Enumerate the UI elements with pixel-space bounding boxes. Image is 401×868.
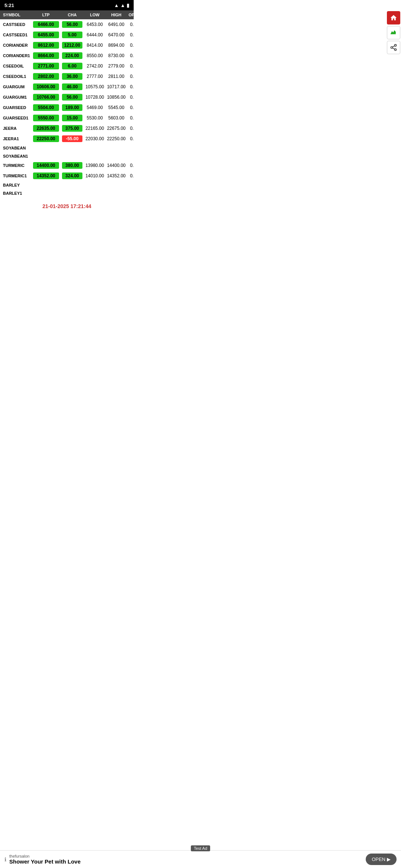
cell-high: 8694.00 — [105, 40, 127, 50]
cell-open — [127, 189, 134, 197]
cell-low: 5469.00 — [84, 102, 105, 113]
cell-ltp: 5504.00 — [32, 102, 61, 113]
cell-cha: 56.00 — [61, 19, 84, 30]
table-row: TURMERIC114352.00324.0014010.0014352.000… — [0, 171, 134, 181]
cell-cha: 6.00 — [61, 61, 84, 71]
cell-low: 10728.00 — [84, 92, 105, 102]
cell-symbol: CORIANDER1 — [0, 50, 32, 61]
cell-symbol: CASTSEED — [0, 19, 32, 30]
cell-open: 0.00 — [127, 160, 134, 171]
cell-high: 14352.00 — [105, 171, 127, 181]
cell-cha: 56.00 — [61, 92, 84, 102]
cell-high: 2779.00 — [105, 61, 127, 71]
cell-open: 0.00 — [127, 30, 134, 40]
table-row: CASTSEED6466.0056.006453.006491.000.00 — [0, 19, 134, 30]
col-symbol: SYMBOL — [0, 10, 32, 19]
cell-high: 5545.00 — [105, 102, 127, 113]
cell-ltp: 5550.00 — [32, 113, 61, 123]
cell-symbol: CSEEDOIL — [0, 61, 32, 71]
market-table: SYMBOL LTP CHA LOW HIGH OPEN CASTSEED646… — [0, 10, 134, 197]
timestamp: 21-01-2025 17:21:44 — [0, 197, 134, 212]
cell-low: 2742.00 — [84, 61, 105, 71]
cell-symbol: JEERA — [0, 123, 32, 134]
cell-cha — [61, 144, 84, 152]
cell-high: 14400.00 — [105, 160, 127, 171]
cell-open: 0.00 — [127, 71, 134, 82]
cell-ltp: 2771.00 — [32, 61, 61, 71]
cell-high: 6470.00 — [105, 30, 127, 40]
cell-ltp: 10766.00 — [32, 92, 61, 102]
table-row: CORIANDER18664.00224.008550.008730.000.0… — [0, 50, 134, 61]
cell-high — [105, 181, 127, 189]
cell-symbol: SOYABEAN1 — [0, 152, 32, 160]
cell-low: 8414.00 — [84, 40, 105, 50]
cell-symbol: GUARSEED — [0, 102, 32, 113]
table-row: SOYABEAN — [0, 144, 134, 152]
cell-cha: 375.00 — [61, 123, 84, 134]
cell-open: 0.00 — [127, 40, 134, 50]
cell-ltp: 6466.00 — [32, 19, 61, 30]
cell-cha: 15.00 — [61, 113, 84, 123]
table-row: BARLEY — [0, 181, 134, 189]
table-row: GUARGUM10606.0046.0010575.0010717.000.00 — [0, 82, 134, 92]
cell-high — [105, 189, 127, 197]
table-row: TURMERIC14400.00380.0013980.0014400.000.… — [0, 160, 134, 171]
cell-ltp: 2802.00 — [32, 71, 61, 82]
cell-low: 8550.00 — [84, 50, 105, 61]
table-row: CSEEDOIL2771.006.002742.002779.000.00 — [0, 61, 134, 71]
cell-cha: 324.00 — [61, 171, 84, 181]
cell-open — [127, 144, 134, 152]
cell-low: 6444.00 — [84, 30, 105, 40]
cell-ltp — [32, 144, 61, 152]
cell-open: 0.00 — [127, 92, 134, 102]
status-bar: 5:21 ▲ ▲ ▮ — [0, 0, 134, 10]
col-open: OPEN — [127, 10, 134, 19]
cell-ltp: 8664.00 — [32, 50, 61, 61]
cell-open: 0.00 — [127, 123, 134, 134]
cell-ltp — [32, 152, 61, 160]
cell-low: 10575.00 — [84, 82, 105, 92]
cell-high: 5603.00 — [105, 113, 127, 123]
cell-ltp: 22635.00 — [32, 123, 61, 134]
cell-symbol: TURMERIC1 — [0, 171, 32, 181]
cell-cha: 36.00 — [61, 71, 84, 82]
cell-ltp: 14352.00 — [32, 171, 61, 181]
table-row: JEERA122250.00-55.0022030.0022250.000.00 — [0, 134, 134, 144]
status-time: 5:21 — [4, 3, 14, 8]
table-row: CSEEDOIL12802.0036.002777.002811.000.00 — [0, 71, 134, 82]
cell-low — [84, 181, 105, 189]
cell-high: 2811.00 — [105, 71, 127, 82]
cell-ltp: 10606.00 — [32, 82, 61, 92]
cell-low — [84, 152, 105, 160]
signal-icon: ▲ — [120, 3, 125, 8]
cell-open — [127, 152, 134, 160]
cell-ltp: 22250.00 — [32, 134, 61, 144]
cell-ltp: 6455.00 — [32, 30, 61, 40]
col-cha: CHA — [61, 10, 84, 19]
cell-cha — [61, 181, 84, 189]
cell-high: 10717.00 — [105, 82, 127, 92]
cell-symbol: JEERA1 — [0, 134, 32, 144]
table-row: SOYABEAN1 — [0, 152, 134, 160]
cell-open: 0.00 — [127, 61, 134, 71]
table-row: CORIANDER8612.001212.008414.008694.000.0… — [0, 40, 134, 50]
cell-low: 22165.00 — [84, 123, 105, 134]
cell-cha — [61, 152, 84, 160]
cell-symbol: SOYABEAN — [0, 144, 32, 152]
cell-symbol: BARLEY1 — [0, 189, 32, 197]
cell-ltp: 8612.00 — [32, 40, 61, 50]
cell-symbol: CASTSEED1 — [0, 30, 32, 40]
table-row: GUARGUM110766.0056.0010728.0010856.000.0… — [0, 92, 134, 102]
cell-low — [84, 189, 105, 197]
cell-symbol: GUARGUM1 — [0, 92, 32, 102]
cell-open: 0.00 — [127, 19, 134, 30]
cell-cha: -55.00 — [61, 134, 84, 144]
cell-ltp — [32, 189, 61, 197]
cell-symbol: CSEEDOIL1 — [0, 71, 32, 82]
col-ltp: LTP — [32, 10, 61, 19]
cell-cha — [61, 189, 84, 197]
cell-open: 0.00 — [127, 50, 134, 61]
cell-high — [105, 144, 127, 152]
wifi-icon: ▲ — [114, 3, 119, 8]
table-row: GUARSEED5504.00189.005469.005545.000.00 — [0, 102, 134, 113]
